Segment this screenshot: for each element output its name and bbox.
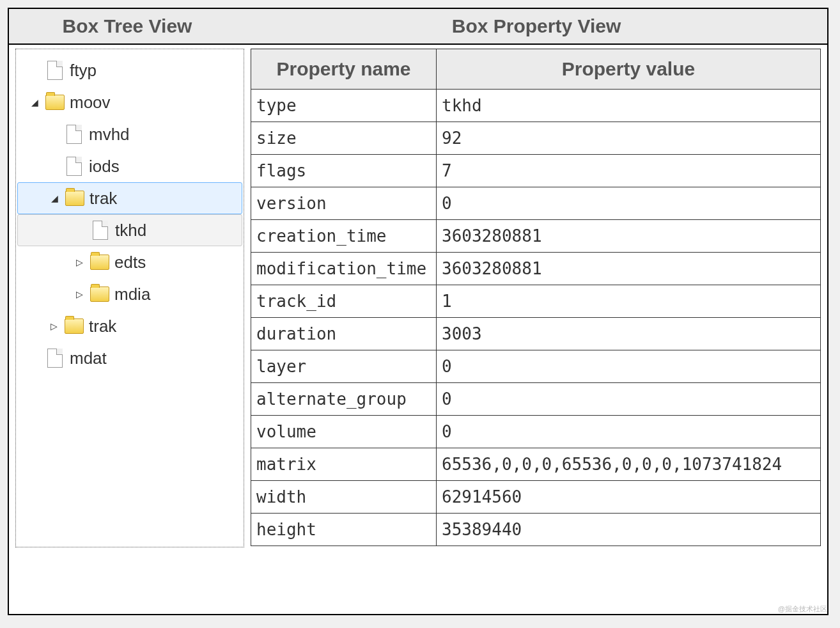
body-row: ftyp◢moovmvhdiods◢traktkhd▷edts▷mdia▷tra…: [9, 45, 827, 614]
prop-value-header: Property value: [437, 49, 821, 90]
tree-item-trak[interactable]: ◢trak: [17, 182, 242, 214]
folder-icon: [65, 191, 84, 206]
disclosure-triangle-icon[interactable]: ◢: [49, 193, 60, 203]
tree-header: Box Tree View: [9, 9, 245, 43]
tree-item-edts[interactable]: ▷edts: [17, 246, 242, 278]
folder-icon: [90, 287, 109, 302]
prop-name-cell: size: [251, 122, 437, 155]
table-row[interactable]: version0: [251, 187, 821, 220]
table-row[interactable]: flags7: [251, 155, 821, 187]
prop-value-cell: 3603280881: [437, 220, 821, 253]
tree-item-label: trak: [89, 189, 117, 208]
watermark-text: @掘金技术社区: [778, 604, 827, 614]
table-row[interactable]: modification_time3603280881: [251, 253, 821, 285]
tree-item-label: trak: [89, 317, 116, 336]
tree-item-label: tkhd: [115, 221, 146, 240]
prop-name-cell: creation_time: [251, 220, 437, 253]
prop-name-cell: type: [251, 90, 437, 122]
tree-item-mvhd[interactable]: mvhd: [17, 118, 242, 150]
table-row[interactable]: layer0: [251, 350, 821, 383]
table-row[interactable]: matrix65536,0,0,0,65536,0,0,0,1073741824: [251, 448, 821, 481]
prop-value-cell: tkhd: [437, 90, 821, 122]
tree-item-label: mdat: [70, 349, 107, 368]
table-row[interactable]: volume0: [251, 416, 821, 448]
box-tree-view[interactable]: ftyp◢moovmvhdiods◢traktkhd▷edts▷mdia▷tra…: [15, 49, 244, 547]
table-row[interactable]: size92: [251, 122, 821, 155]
prop-value-cell: 62914560: [437, 481, 821, 514]
disclosure-triangle-icon[interactable]: ▷: [48, 321, 59, 331]
file-icon: [47, 349, 63, 368]
tree-item-ftyp[interactable]: ftyp: [17, 54, 242, 86]
tree-item-label: moov: [70, 93, 111, 113]
folder-icon: [65, 318, 84, 334]
prop-value-cell: 1: [437, 285, 821, 318]
main-panel: Box Tree View Box Property View ftyp◢moo…: [8, 8, 828, 615]
table-row[interactable]: height35389440: [251, 514, 821, 546]
prop-name-cell: height: [251, 514, 437, 546]
table-row[interactable]: typetkhd: [251, 90, 821, 122]
file-icon: [66, 157, 82, 176]
prop-name-cell: track_id: [251, 285, 437, 318]
file-icon: [93, 221, 108, 240]
prop-value-cell: 3603280881: [437, 253, 821, 285]
box-property-view: Property name Property value typetkhdsiz…: [251, 49, 821, 608]
tree-item-mdia[interactable]: ▷mdia: [17, 278, 242, 310]
tree-item-moov[interactable]: ◢moov: [17, 86, 242, 118]
prop-name-cell: duration: [251, 318, 437, 350]
property-header: Box Property View: [245, 9, 827, 43]
prop-value-cell: 0: [437, 383, 821, 416]
tree-item-trak[interactable]: ▷trak: [17, 310, 242, 342]
prop-value-cell: 35389440: [437, 514, 821, 546]
tree-item-label: iods: [89, 157, 120, 177]
tree-item-mdat[interactable]: mdat: [17, 342, 242, 374]
table-row[interactable]: duration3003: [251, 318, 821, 350]
prop-value-cell: 65536,0,0,0,65536,0,0,0,1073741824: [437, 448, 821, 481]
prop-value-cell: 0: [437, 350, 821, 383]
prop-name-cell: matrix: [251, 448, 437, 481]
tree-item-iods[interactable]: iods: [17, 150, 242, 182]
prop-value-cell: 92: [437, 122, 821, 155]
prop-name-cell: flags: [251, 155, 437, 187]
prop-name-cell: width: [251, 481, 437, 514]
folder-icon: [45, 95, 65, 110]
table-row[interactable]: alternate_group0: [251, 383, 821, 416]
prop-name-cell: layer: [251, 350, 437, 383]
prop-value-cell: 0: [437, 187, 821, 220]
property-table: Property name Property value typetkhdsiz…: [251, 49, 821, 546]
disclosure-triangle-icon[interactable]: ▷: [74, 289, 85, 299]
folder-icon: [90, 255, 109, 270]
file-icon: [47, 61, 63, 80]
table-row[interactable]: track_id1: [251, 285, 821, 318]
prop-name-cell: modification_time: [251, 253, 437, 285]
prop-value-cell: 0: [437, 416, 821, 448]
prop-name-cell: volume: [251, 416, 437, 448]
tree-item-tkhd[interactable]: tkhd: [17, 214, 242, 246]
table-row[interactable]: width62914560: [251, 481, 821, 514]
tree-item-label: ftyp: [70, 61, 97, 81]
prop-value-cell: 3003: [437, 318, 821, 350]
file-icon: [66, 125, 82, 144]
tree-item-label: mvhd: [89, 125, 130, 145]
prop-name-header: Property name: [251, 49, 437, 90]
disclosure-triangle-icon[interactable]: ◢: [29, 97, 40, 107]
tree-item-label: mdia: [114, 285, 150, 304]
header-row: Box Tree View Box Property View: [9, 9, 827, 45]
disclosure-triangle-icon[interactable]: ▷: [74, 257, 85, 267]
prop-name-cell: alternate_group: [251, 383, 437, 416]
prop-value-cell: 7: [437, 155, 821, 187]
tree-item-label: edts: [114, 253, 146, 272]
prop-name-cell: version: [251, 187, 437, 220]
table-row[interactable]: creation_time3603280881: [251, 220, 821, 253]
